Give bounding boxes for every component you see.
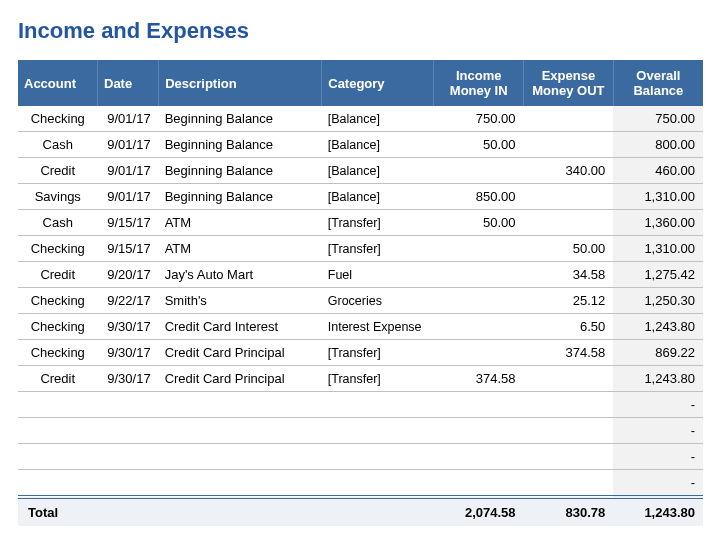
cell-category: [Balance] (322, 184, 434, 210)
totals-row: Total 2,074.58 830.78 1,243.80 (18, 497, 703, 526)
totals-income: 2,074.58 (434, 497, 524, 526)
cell-category: Fuel (322, 262, 434, 288)
table-row: Savings9/01/17Beginning Balance[Balance]… (18, 184, 703, 210)
cell-account (18, 470, 98, 498)
cell-income (434, 236, 524, 262)
cell-expense (524, 444, 614, 470)
cell-balance: 460.00 (613, 158, 703, 184)
cell-date: 9/15/17 (98, 210, 159, 236)
cell-expense (524, 132, 614, 158)
cell-account: Checking (18, 314, 98, 340)
totals-label: Total (18, 497, 434, 526)
cell-income: 50.00 (434, 210, 524, 236)
cell-account: Checking (18, 106, 98, 132)
col-expense: Expense Money OUT (524, 60, 614, 106)
cell-category (322, 392, 434, 418)
cell-category: [Transfer] (322, 340, 434, 366)
cell-date: 9/01/17 (98, 132, 159, 158)
cell-description (159, 444, 322, 470)
cell-income (434, 444, 524, 470)
cell-expense: 50.00 (524, 236, 614, 262)
cell-expense (524, 210, 614, 236)
cell-category: [Transfer] (322, 210, 434, 236)
cell-account: Checking (18, 340, 98, 366)
cell-account (18, 392, 98, 418)
cell-balance: 869.22 (613, 340, 703, 366)
cell-description: Jay's Auto Mart (159, 262, 322, 288)
col-income: Income Money IN (434, 60, 524, 106)
cell-balance: 1,360.00 (613, 210, 703, 236)
cell-income: 750.00 (434, 106, 524, 132)
table-row: - (18, 392, 703, 418)
cell-income: 850.00 (434, 184, 524, 210)
cell-date: 9/20/17 (98, 262, 159, 288)
cell-income: 374.58 (434, 366, 524, 392)
cell-balance: - (613, 470, 703, 498)
cell-description: Credit Card Principal (159, 340, 322, 366)
cell-income (434, 418, 524, 444)
cell-category: [Balance] (322, 158, 434, 184)
cell-description (159, 392, 322, 418)
cell-description: Beginning Balance (159, 158, 322, 184)
cell-balance: - (613, 444, 703, 470)
cell-income (434, 314, 524, 340)
table-row: Checking9/30/17Credit Card Principal[Tra… (18, 340, 703, 366)
cell-date: 9/22/17 (98, 288, 159, 314)
cell-date (98, 470, 159, 498)
col-account: Account (18, 60, 98, 106)
cell-description (159, 418, 322, 444)
cell-income (434, 158, 524, 184)
cell-date: 9/30/17 (98, 366, 159, 392)
cell-date: 9/01/17 (98, 184, 159, 210)
table-row: Credit9/30/17Credit Card Principal[Trans… (18, 366, 703, 392)
cell-description (159, 470, 322, 498)
cell-date (98, 444, 159, 470)
table-row: - (18, 418, 703, 444)
cell-expense: 374.58 (524, 340, 614, 366)
cell-date (98, 392, 159, 418)
table-row: Checking9/30/17Credit Card InterestInter… (18, 314, 703, 340)
cell-category: Interest Expense (322, 314, 434, 340)
cell-account (18, 418, 98, 444)
cell-description: Beginning Balance (159, 132, 322, 158)
table-row: - (18, 470, 703, 498)
cell-date: 9/15/17 (98, 236, 159, 262)
cell-expense: 34.58 (524, 262, 614, 288)
page-title: Income and Expenses (18, 18, 703, 44)
cell-income (434, 470, 524, 498)
cell-description: Beginning Balance (159, 184, 322, 210)
cell-date (98, 418, 159, 444)
cell-category (322, 470, 434, 498)
cell-balance: 1,243.80 (613, 366, 703, 392)
cell-account: Credit (18, 158, 98, 184)
cell-account: Checking (18, 288, 98, 314)
cell-description: ATM (159, 236, 322, 262)
cell-category: [Balance] (322, 132, 434, 158)
cell-category: [Transfer] (322, 236, 434, 262)
cell-description: Smith's (159, 288, 322, 314)
cell-description: ATM (159, 210, 322, 236)
cell-expense: 25.12 (524, 288, 614, 314)
cell-balance: 1,250.30 (613, 288, 703, 314)
cell-balance: 750.00 (613, 106, 703, 132)
totals-balance: 1,243.80 (613, 497, 703, 526)
cell-balance: 800.00 (613, 132, 703, 158)
cell-category: [Transfer] (322, 366, 434, 392)
cell-account: Savings (18, 184, 98, 210)
table-row: Cash9/15/17ATM[Transfer]50.001,360.00 (18, 210, 703, 236)
cell-expense: 340.00 (524, 158, 614, 184)
table-row: Checking9/15/17ATM[Transfer]50.001,310.0… (18, 236, 703, 262)
cell-date: 9/01/17 (98, 106, 159, 132)
cell-income (434, 262, 524, 288)
header-row: Account Date Description Category Income… (18, 60, 703, 106)
cell-description: Beginning Balance (159, 106, 322, 132)
cell-balance: 1,243.80 (613, 314, 703, 340)
cell-balance: 1,275.42 (613, 262, 703, 288)
cell-category (322, 444, 434, 470)
cell-account: Credit (18, 262, 98, 288)
cell-income (434, 288, 524, 314)
col-balance: Overall Balance (613, 60, 703, 106)
cell-expense (524, 470, 614, 498)
col-description: Description (159, 60, 322, 106)
cell-description: Credit Card Interest (159, 314, 322, 340)
